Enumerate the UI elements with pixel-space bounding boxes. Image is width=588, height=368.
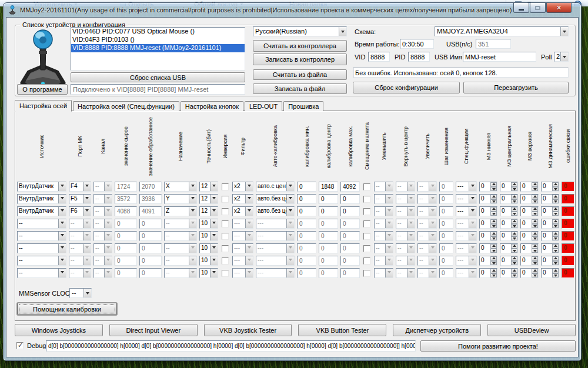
spinner-arrows-icon[interactable]	[532, 219, 538, 228]
bottom-tool-button[interactable]: Direct Input Viewer	[109, 324, 198, 336]
source-combo[interactable]: ВнутрДатчик	[17, 182, 66, 192]
language-select[interactable]: Русский(Russian)	[253, 26, 347, 36]
spinner-arrows-icon[interactable]	[490, 232, 497, 240]
spinner-arrows-icon[interactable]	[532, 244, 538, 253]
bottom-tool-button[interactable]: USBDeview	[487, 324, 576, 336]
specfunc-combo[interactable]: ---	[456, 206, 477, 216]
mz_high-spinner[interactable]: 0	[520, 182, 539, 192]
bottom-tool-button[interactable]: VKB Joystick Tester	[204, 324, 292, 336]
bits-combo[interactable]: 10	[199, 231, 218, 241]
inversion-checkbox[interactable]	[222, 257, 229, 265]
mz_center-spinner[interactable]: 0	[500, 219, 518, 229]
mz_center-spinner[interactable]: 0	[500, 243, 518, 253]
mz_low-spinner[interactable]: 0	[479, 182, 497, 192]
magnet-checkbox[interactable]	[363, 183, 370, 190]
spinner-arrows-icon[interactable]	[490, 219, 497, 228]
bottom-tool-button[interactable]: Диспетчер устройств	[393, 324, 481, 336]
bottom-tool-button[interactable]: VKB Button Tester	[298, 324, 386, 336]
device-listbox[interactable]: VID:046D PID:C077 USB Optical Mouse ()VI…	[71, 27, 245, 71]
spinner-arrows-icon[interactable]	[532, 195, 538, 203]
source-combo[interactable]: --	[17, 219, 66, 229]
write-to-controller-button[interactable]: Записать в контроллер	[253, 53, 347, 65]
bits-combo[interactable]: 12	[199, 182, 218, 192]
spinner-arrows-icon[interactable]	[490, 182, 497, 191]
source-combo[interactable]: ВнутрДатчик	[17, 206, 66, 216]
spinner-arrows-icon[interactable]	[511, 195, 517, 203]
spinner-arrows-icon[interactable]	[511, 232, 517, 240]
mz_center-spinner[interactable]: 0	[500, 268, 518, 278]
magnet-checkbox[interactable]	[363, 233, 370, 240]
magnet-checkbox[interactable]	[363, 196, 370, 203]
mz_low-spinner[interactable]: 0	[479, 231, 497, 241]
debug-checkbox[interactable]	[16, 342, 24, 349]
mz_high-spinner[interactable]: 0	[520, 243, 539, 253]
magnet-checkbox[interactable]	[363, 270, 370, 277]
spinner-arrows-icon[interactable]	[552, 256, 559, 265]
spinner-arrows-icon[interactable]	[490, 244, 497, 253]
scheme-select[interactable]: MMJOY2.ATMEGA32U4	[435, 26, 569, 36]
filter-combo[interactable]: x2	[232, 182, 253, 192]
inversion-checkbox[interactable]	[222, 208, 229, 215]
vid-field[interactable]: 8888	[368, 52, 390, 62]
mz_dyn-spinner[interactable]: 0	[541, 206, 559, 216]
mmsensor-clock-select[interactable]: --	[69, 288, 92, 298]
reboot-button[interactable]: Перезагрузить	[463, 82, 569, 93]
mz_dyn-spinner[interactable]: 0	[541, 243, 559, 253]
assign-combo[interactable]: X	[164, 182, 197, 192]
inversion-checkbox[interactable]	[222, 245, 229, 252]
mz_dyn-spinner[interactable]: 0	[541, 182, 559, 192]
port-combo[interactable]: F5	[69, 194, 91, 204]
filter-combo[interactable]: x2	[232, 194, 253, 204]
mz_dyn-spinner[interactable]: 0	[541, 268, 559, 278]
calibration-helper-button[interactable]: Помощник калибровки	[17, 303, 117, 315]
spinner-arrows-icon[interactable]	[552, 207, 559, 216]
write-to-file-button[interactable]: Записать в файл	[253, 83, 347, 94]
spinner-arrows-icon[interactable]	[552, 232, 559, 240]
bits-combo[interactable]: 10	[199, 219, 218, 229]
reset-config-button[interactable]: Сброс конфигурации	[353, 82, 460, 93]
bits-combo[interactable]: 10	[199, 243, 218, 253]
spinner-arrows-icon[interactable]	[552, 219, 559, 228]
poll-select[interactable]: 2	[554, 52, 569, 62]
spinner-arrows-icon[interactable]	[490, 207, 497, 216]
spinner-arrows-icon[interactable]	[511, 269, 517, 277]
magnet-checkbox[interactable]	[363, 257, 370, 265]
mz_low-spinner[interactable]: 0	[479, 206, 497, 216]
mz_dyn-spinner[interactable]: 0	[541, 256, 559, 266]
spinner-arrows-icon[interactable]	[490, 195, 497, 203]
mz_high-spinner[interactable]: 0	[520, 219, 539, 229]
spinner-arrows-icon[interactable]	[511, 219, 517, 228]
spinner-arrows-icon[interactable]	[490, 256, 497, 265]
mz_high-spinner[interactable]: 0	[520, 231, 539, 241]
tab[interactable]: Прошивка	[283, 101, 323, 111]
mz_center-spinner[interactable]: 0	[500, 182, 518, 192]
magnet-checkbox[interactable]	[363, 208, 370, 215]
tab[interactable]: Настройка осей	[15, 100, 72, 112]
port-combo[interactable]: F4	[69, 182, 91, 192]
autocal-combo[interactable]: авто.без центра	[256, 194, 295, 204]
magnet-checkbox[interactable]	[363, 220, 370, 228]
mz_low-spinner[interactable]: 0	[479, 268, 497, 278]
pid-field[interactable]: 8888	[408, 52, 430, 62]
spinner-arrows-icon[interactable]	[511, 244, 517, 253]
source-combo[interactable]: --	[17, 268, 66, 278]
spinner-arrows-icon[interactable]	[532, 182, 538, 191]
spinner-arrows-icon[interactable]	[532, 232, 538, 240]
device-list-item[interactable]: VID:8888 PID:8888 MMJ-reset (MMJoy2-2016…	[71, 44, 245, 52]
spinner-arrows-icon[interactable]	[552, 269, 559, 277]
minimize-button[interactable]	[513, 3, 529, 13]
autocal-combo[interactable]: авто.с центром	[256, 182, 295, 192]
bits-combo[interactable]: 10	[199, 256, 218, 266]
assign-combo[interactable]: Y	[164, 194, 197, 204]
device-list-item[interactable]: VID:04F3 PID:0103 ()	[71, 36, 245, 44]
inversion-checkbox[interactable]	[222, 233, 229, 240]
bits-combo[interactable]: 10	[199, 268, 218, 278]
magnet-checkbox[interactable]	[363, 245, 370, 252]
assign-combo[interactable]: Z	[164, 206, 197, 216]
mz_dyn-spinner[interactable]: 0	[541, 231, 559, 241]
read-from-controller-button[interactable]: Считать из контроллера	[253, 40, 347, 52]
mz_high-spinner[interactable]: 0	[520, 268, 539, 278]
source-combo[interactable]: --	[17, 256, 66, 266]
mz_high-spinner[interactable]: 0	[520, 206, 539, 216]
spinner-arrows-icon[interactable]	[552, 244, 559, 253]
